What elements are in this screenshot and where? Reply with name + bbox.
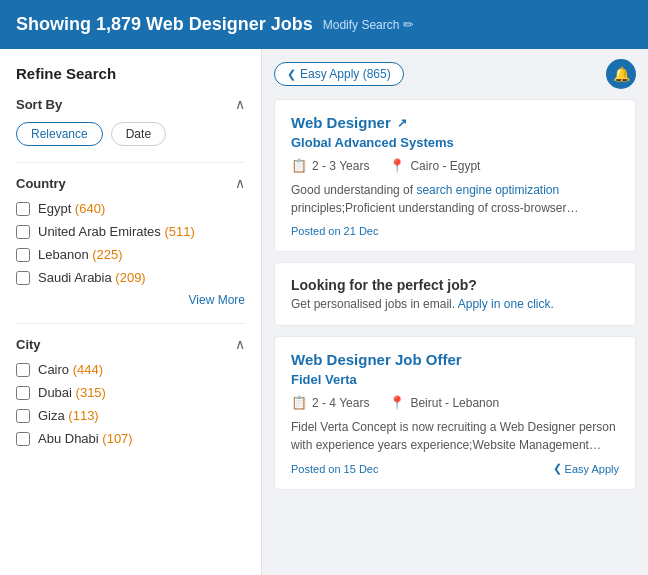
location-text-2: Beirut - Lebanon xyxy=(410,396,499,410)
perfect-job-title: Looking for the perfect job? xyxy=(291,277,619,293)
briefcase-icon-1: 📋 xyxy=(291,158,307,173)
job-title-text-1[interactable]: Web Designer xyxy=(291,114,391,131)
perfect-job-card: Looking for the perfect job? Get persona… xyxy=(274,262,636,326)
uae-count: (511) xyxy=(164,224,194,239)
lebanon-checkbox[interactable] xyxy=(16,248,30,262)
filter-tags-row: ❮ Easy Apply (865) 🔔 xyxy=(274,59,636,89)
job-card-1: Web Designer ↗ Global Advanced Systems 📋… xyxy=(274,99,636,252)
egypt-checkbox[interactable] xyxy=(16,202,30,216)
sort-by-label: Sort By xyxy=(16,97,62,112)
job-title-1: Web Designer ↗ xyxy=(291,114,619,131)
dubai-label: Dubai (315) xyxy=(38,385,106,400)
egypt-label: Egypt (640) xyxy=(38,201,105,216)
perfect-job-subtitle: Get personalised jobs in email. Apply in… xyxy=(291,297,619,311)
list-item: Giza (113) xyxy=(16,408,245,423)
easy-apply-tag-label: Easy Apply (865) xyxy=(300,67,391,81)
location-icon-2: 📍 xyxy=(389,395,405,410)
sort-by-header: Sort By ∧ xyxy=(16,96,245,112)
giza-label: Giza (113) xyxy=(38,408,99,423)
experience-1: 📋 2 - 3 Years xyxy=(291,158,369,173)
main-layout: Refine Search Sort By ∧ Relevance Date C… xyxy=(0,49,648,575)
job-desc-2: Fidel Verta Concept is now recruiting a … xyxy=(291,418,619,454)
highlighted-text-1: search engine optimization xyxy=(416,183,559,197)
page-header: Showing 1,879 Web Designer Jobs Modify S… xyxy=(0,0,648,49)
pencil-icon: ✏ xyxy=(403,17,414,32)
list-item: Egypt (640) xyxy=(16,201,245,216)
sidebar-title: Refine Search xyxy=(16,65,245,82)
city-label: City xyxy=(16,337,41,352)
bell-icon: 🔔 xyxy=(613,66,630,82)
cairo-count: (444) xyxy=(73,362,103,377)
tag-check-icon: ❮ xyxy=(287,68,296,81)
briefcase-icon-2: 📋 xyxy=(291,395,307,410)
lebanon-label: Lebanon (225) xyxy=(38,247,123,262)
giza-checkbox[interactable] xyxy=(16,409,30,423)
page-title: Showing 1,879 Web Designer Jobs xyxy=(16,14,313,35)
location-1: 📍 Cairo - Egypt xyxy=(389,158,480,173)
easy-apply-label: Easy Apply xyxy=(565,463,619,475)
easy-apply-check-icon: ❮ xyxy=(553,462,562,475)
posted-date-1: Posted on 21 Dec xyxy=(291,225,619,237)
right-panel: ❮ Easy Apply (865) 🔔 Web Designer ↗ Glob… xyxy=(262,49,648,575)
abudhabi-count: (107) xyxy=(102,431,132,446)
sort-by-chevron-icon: ∧ xyxy=(235,96,245,112)
job-desc-1: Good understanding of search engine opti… xyxy=(291,181,619,217)
egypt-count: (640) xyxy=(75,201,105,216)
divider-2 xyxy=(16,323,245,324)
easy-apply-badge-2: ❮ Easy Apply xyxy=(553,462,619,475)
list-item: Saudi Arabia (209) xyxy=(16,270,245,285)
country-view-more-link[interactable]: View More xyxy=(16,293,245,307)
dubai-count: (315) xyxy=(76,385,106,400)
experience-2: 📋 2 - 4 Years xyxy=(291,395,369,410)
city-section: City ∧ Cairo (444) Dubai (315) Giza (113… xyxy=(16,336,245,446)
easy-apply-tag[interactable]: ❮ Easy Apply (865) xyxy=(274,62,404,86)
list-item: United Arab Emirates (511) xyxy=(16,224,245,239)
bell-button[interactable]: 🔔 xyxy=(606,59,636,89)
job-card-2: Web Designer Job Offer Fidel Verta 📋 2 -… xyxy=(274,336,636,490)
dubai-checkbox[interactable] xyxy=(16,386,30,400)
sidebar: Refine Search Sort By ∧ Relevance Date C… xyxy=(0,49,262,575)
location-text-1: Cairo - Egypt xyxy=(410,159,480,173)
lebanon-count: (225) xyxy=(92,247,122,262)
job-title-text-2[interactable]: Web Designer Job Offer xyxy=(291,351,462,368)
job-footer-2: Posted on 15 Dec ❮ Easy Apply xyxy=(291,462,619,475)
saudi-checkbox[interactable] xyxy=(16,271,30,285)
divider-1 xyxy=(16,162,245,163)
experience-text-2: 2 - 4 Years xyxy=(312,396,369,410)
apply-one-click-link[interactable]: Apply in one click. xyxy=(458,297,554,311)
abudhabi-checkbox[interactable] xyxy=(16,432,30,446)
country-label: Country xyxy=(16,176,66,191)
country-section: Country ∧ Egypt (640) United Arab Emirat… xyxy=(16,175,245,307)
country-chevron-icon: ∧ xyxy=(235,175,245,191)
posted-date-2: Posted on 15 Dec xyxy=(291,463,378,475)
location-icon-1: 📍 xyxy=(389,158,405,173)
giza-count: (113) xyxy=(68,408,98,423)
uae-checkbox[interactable] xyxy=(16,225,30,239)
job-meta-2: 📋 2 - 4 Years 📍 Beirut - Lebanon xyxy=(291,395,619,410)
list-item: Lebanon (225) xyxy=(16,247,245,262)
job-title-2: Web Designer Job Offer xyxy=(291,351,619,368)
saudi-label: Saudi Arabia (209) xyxy=(38,270,146,285)
abudhabi-label: Abu Dhabi (107) xyxy=(38,431,133,446)
uae-label: United Arab Emirates (511) xyxy=(38,224,195,239)
list-item: Cairo (444) xyxy=(16,362,245,377)
location-2: 📍 Beirut - Lebanon xyxy=(389,395,499,410)
country-header: Country ∧ xyxy=(16,175,245,191)
list-item: Dubai (315) xyxy=(16,385,245,400)
experience-text-1: 2 - 3 Years xyxy=(312,159,369,173)
city-chevron-icon: ∧ xyxy=(235,336,245,352)
job-meta-1: 📋 2 - 3 Years 📍 Cairo - Egypt xyxy=(291,158,619,173)
modify-search-button[interactable]: Modify Search ✏ xyxy=(323,17,415,32)
company-name-2: Fidel Verta xyxy=(291,372,619,387)
cairo-label: Cairo (444) xyxy=(38,362,103,377)
company-name-1: Global Advanced Systems xyxy=(291,135,619,150)
city-header: City ∧ xyxy=(16,336,245,352)
list-item: Abu Dhabi (107) xyxy=(16,431,245,446)
sort-buttons: Relevance Date xyxy=(16,122,245,146)
sort-date-button[interactable]: Date xyxy=(111,122,166,146)
sort-relevance-button[interactable]: Relevance xyxy=(16,122,103,146)
cairo-checkbox[interactable] xyxy=(16,363,30,377)
saudi-count: (209) xyxy=(115,270,145,285)
external-link-icon-1: ↗ xyxy=(397,116,407,130)
sort-by-section: Sort By ∧ Relevance Date xyxy=(16,96,245,146)
